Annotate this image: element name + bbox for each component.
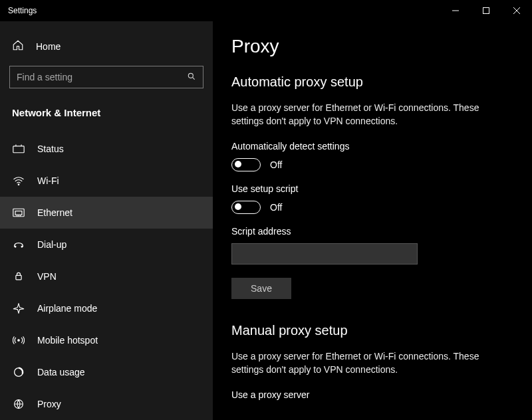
sidebar-item-dialup[interactable]: Dial-up bbox=[0, 229, 213, 261]
sidebar-item-status[interactable]: Status bbox=[0, 133, 213, 165]
vpn-icon bbox=[12, 272, 25, 281]
dialup-icon bbox=[12, 240, 25, 249]
sidebar-item-label: Status bbox=[37, 144, 64, 154]
svg-point-9 bbox=[18, 340, 19, 341]
sidebar-item-label: Airplane mode bbox=[37, 303, 97, 314]
sidebar-item-vpn[interactable]: VPN bbox=[0, 261, 213, 292]
sidebar-nav: Status Wi-Fi Ethernet Dial-up bbox=[0, 133, 213, 420]
svg-point-6 bbox=[15, 246, 16, 247]
section-auto-heading: Automatic proxy setup bbox=[231, 74, 513, 90]
search-icon bbox=[187, 72, 196, 83]
detect-settings-state: Off bbox=[270, 159, 282, 170]
sidebar-item-label: Ethernet bbox=[37, 207, 72, 218]
sidebar-item-ethernet[interactable]: Ethernet bbox=[0, 197, 213, 229]
sidebar-item-datausage[interactable]: Data usage bbox=[0, 356, 213, 388]
svg-point-1 bbox=[188, 73, 193, 78]
sidebar: Home Network & Internet Status bbox=[0, 21, 213, 420]
search-box[interactable] bbox=[9, 66, 203, 88]
window-controls bbox=[440, 0, 532, 21]
svg-rect-0 bbox=[483, 8, 489, 14]
content-pane: Proxy Automatic proxy setup Use a proxy … bbox=[213, 21, 532, 420]
ethernet-icon bbox=[12, 208, 25, 217]
sidebar-item-label: Proxy bbox=[37, 399, 61, 409]
close-button[interactable] bbox=[501, 0, 532, 21]
svg-rect-5 bbox=[15, 211, 22, 215]
section-auto-description: Use a proxy server for Ethernet or Wi-Fi… bbox=[231, 102, 513, 128]
section-manual-heading: Manual proxy setup bbox=[231, 323, 513, 338]
airplane-icon bbox=[12, 303, 25, 314]
svg-rect-8 bbox=[16, 275, 21, 280]
sidebar-item-label: VPN bbox=[37, 271, 57, 282]
sidebar-item-proxy[interactable]: Proxy bbox=[0, 388, 213, 420]
home-button[interactable]: Home bbox=[0, 35, 213, 58]
home-label: Home bbox=[36, 41, 61, 52]
close-icon bbox=[513, 7, 520, 14]
category-heading: Network & Internet bbox=[0, 100, 213, 133]
home-icon bbox=[12, 39, 24, 53]
maximize-button[interactable] bbox=[471, 0, 501, 21]
sidebar-item-label: Data usage bbox=[37, 367, 85, 377]
status-icon bbox=[12, 144, 25, 154]
titlebar: Settings bbox=[0, 0, 532, 21]
proxy-icon bbox=[12, 399, 25, 409]
hotspot-icon bbox=[12, 336, 25, 345]
data-usage-icon bbox=[12, 367, 25, 377]
page-title: Proxy bbox=[231, 36, 513, 57]
svg-rect-2 bbox=[13, 146, 24, 153]
detect-settings-label: Automatically detect settings bbox=[231, 141, 513, 152]
sidebar-item-label: Dial-up bbox=[37, 239, 66, 250]
sidebar-item-airplane[interactable]: Airplane mode bbox=[0, 292, 213, 324]
minimize-button[interactable] bbox=[440, 0, 471, 21]
setup-script-toggle[interactable] bbox=[231, 201, 261, 214]
minimize-icon bbox=[452, 7, 459, 14]
setup-script-label: Use setup script bbox=[231, 183, 513, 194]
sidebar-item-wifi[interactable]: Wi-Fi bbox=[0, 165, 213, 197]
detect-settings-toggle[interactable] bbox=[231, 158, 261, 171]
use-proxy-label: Use a proxy server bbox=[231, 389, 513, 400]
wifi-icon bbox=[12, 176, 25, 185]
maximize-icon bbox=[483, 7, 489, 14]
save-button[interactable]: Save bbox=[231, 278, 291, 299]
sidebar-item-label: Mobile hotspot bbox=[37, 335, 98, 346]
window-title: Settings bbox=[8, 6, 37, 15]
setup-script-state: Off bbox=[270, 202, 282, 213]
script-address-input[interactable] bbox=[231, 243, 418, 264]
svg-point-7 bbox=[21, 246, 23, 247]
script-address-label: Script address bbox=[231, 226, 513, 237]
sidebar-item-label: Wi-Fi bbox=[37, 175, 59, 186]
sidebar-item-hotspot[interactable]: Mobile hotspot bbox=[0, 324, 213, 356]
section-manual-description: Use a proxy server for Ethernet or Wi-Fi… bbox=[231, 350, 513, 376]
svg-point-3 bbox=[18, 184, 19, 185]
search-input[interactable] bbox=[17, 72, 187, 82]
